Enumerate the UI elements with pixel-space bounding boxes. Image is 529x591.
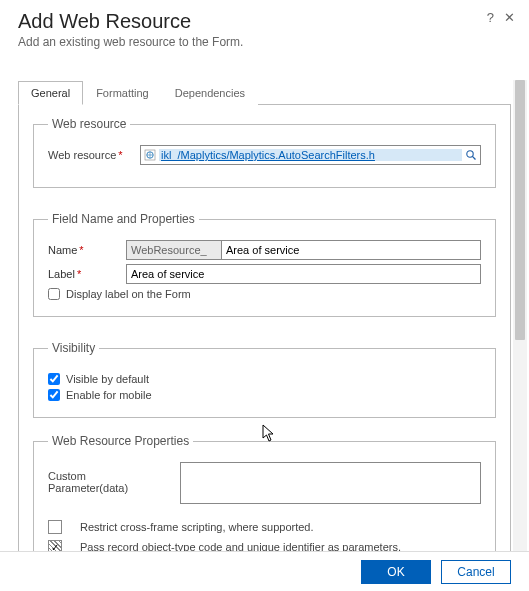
custom-parameter-input[interactable] bbox=[180, 462, 481, 504]
section-visibility-legend: Visibility bbox=[48, 341, 99, 355]
display-label-checkbox[interactable] bbox=[48, 288, 60, 300]
label-label: Label* bbox=[48, 268, 126, 280]
display-label-text: Display label on the Form bbox=[66, 288, 191, 300]
section-visibility: Visibility Visible by default Enable for… bbox=[33, 341, 496, 418]
tab-bar: General Formatting Dependencies bbox=[18, 80, 511, 105]
tab-formatting[interactable]: Formatting bbox=[83, 81, 162, 105]
enable-mobile-checkbox[interactable] bbox=[48, 389, 60, 401]
web-resource-label: Web resource* bbox=[48, 149, 140, 161]
help-icon[interactable]: ? bbox=[487, 10, 494, 25]
name-prefix-input bbox=[126, 240, 222, 260]
section-properties-legend: Web Resource Properties bbox=[48, 434, 193, 448]
scrollbar-thumb[interactable] bbox=[515, 80, 525, 340]
section-web-resource: Web resource Web resource* ikl_/Maplytic… bbox=[33, 117, 496, 188]
svg-point-2 bbox=[467, 151, 473, 157]
ok-button[interactable]: OK bbox=[361, 560, 431, 584]
enable-mobile-text: Enable for mobile bbox=[66, 389, 152, 401]
lookup-search-icon[interactable] bbox=[462, 149, 480, 161]
tab-panel-general: Web resource Web resource* ikl_/Maplytic… bbox=[18, 105, 511, 591]
web-resource-value: ikl_/Maplytics/Maplytics.AutoSearchFilte… bbox=[159, 149, 462, 161]
dialog-title: Add Web Resource bbox=[18, 10, 511, 33]
label-input[interactable] bbox=[126, 264, 481, 284]
close-icon[interactable]: ✕ bbox=[504, 10, 515, 25]
tab-dependencies[interactable]: Dependencies bbox=[162, 81, 258, 105]
restrict-crossframe-text: Restrict cross-frame scripting, where su… bbox=[80, 521, 314, 533]
custom-parameter-label: Custom Parameter(data) bbox=[48, 462, 168, 494]
name-label: Name* bbox=[48, 244, 126, 256]
section-field-name: Field Name and Properties Name* Label* D… bbox=[33, 212, 496, 317]
dialog-subtitle: Add an existing web resource to the Form… bbox=[18, 35, 511, 49]
vertical-scrollbar[interactable] bbox=[513, 80, 527, 551]
visible-default-checkbox[interactable] bbox=[48, 373, 60, 385]
html-file-icon bbox=[141, 149, 159, 161]
visible-default-text: Visible by default bbox=[66, 373, 149, 385]
svg-line-3 bbox=[472, 156, 475, 159]
cancel-button[interactable]: Cancel bbox=[441, 560, 511, 584]
dialog-footer: OK Cancel bbox=[0, 551, 529, 591]
web-resource-lookup[interactable]: ikl_/Maplytics/Maplytics.AutoSearchFilte… bbox=[140, 145, 481, 165]
name-input[interactable] bbox=[222, 240, 481, 260]
section-field-name-legend: Field Name and Properties bbox=[48, 212, 199, 226]
restrict-crossframe-checkbox[interactable] bbox=[48, 520, 62, 534]
tab-general[interactable]: General bbox=[18, 81, 83, 105]
section-web-resource-legend: Web resource bbox=[48, 117, 130, 131]
